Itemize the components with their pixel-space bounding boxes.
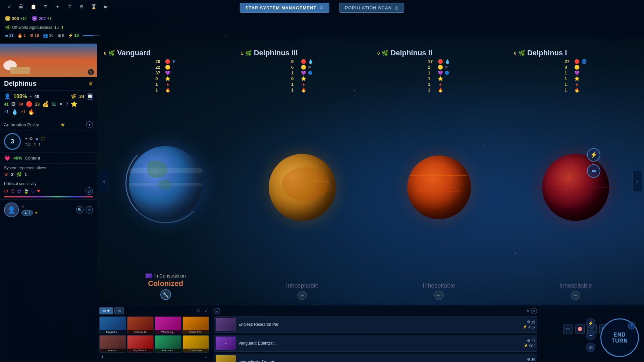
notif-scroll-up[interactable]: ▲ xyxy=(214,308,220,314)
queue-bottom-left[interactable]: ↙ xyxy=(203,354,209,360)
br-arrow-icon[interactable]: ⬅ xyxy=(586,330,595,340)
food-btn[interactable]: 📊 xyxy=(87,94,93,100)
qi-6-label: Big Data S. xyxy=(127,349,154,352)
settings-icon[interactable]: ⚙ xyxy=(77,3,86,11)
vanguard-sphere[interactable] xyxy=(129,146,203,220)
ship-icon[interactable]: ✈ xyxy=(53,3,61,11)
approval-icon: ⭐ xyxy=(71,101,77,107)
pop-stat-row: 👤 100% • 40 🌾 24 📊 xyxy=(4,93,93,100)
resources-row: ◈ 390 +14 ✦ 207 +7 xyxy=(0,13,644,23)
end-turn-button[interactable]: END TURN xyxy=(611,332,628,344)
dropdown-icon[interactable]: ▾ xyxy=(86,121,93,128)
queue-item-4[interactable]: Pulvis Pro. xyxy=(182,316,209,334)
dust-icon: 💧 xyxy=(11,109,18,115)
queue-turns: 7⚙ xyxy=(25,142,31,147)
br-circle-icon[interactable]: ◎ xyxy=(586,343,595,352)
report-icon[interactable]: 📋 xyxy=(29,3,37,11)
right-side-icons: ⚡ ⬅ xyxy=(587,148,600,178)
res-dust: ▰ 11 xyxy=(5,33,13,38)
queue-tab-units[interactable]: ▭ xyxy=(114,307,124,314)
queue-bottom-expand[interactable]: ⬆ xyxy=(99,354,105,360)
leader-name: e xyxy=(21,204,38,209)
balance-icon[interactable]: ☯ xyxy=(102,3,110,11)
queue-collapse-btn[interactable]: ↙ xyxy=(203,308,209,314)
queue-row: 3 + ⚙ ▲ ⬡ 7⚙ 2 1 xyxy=(4,133,93,150)
nav-right-arrow[interactable]: › xyxy=(632,171,642,191)
close-icon[interactable]: ✕ xyxy=(319,5,324,10)
queue-tab-buildings[interactable]: ▭✈ xyxy=(99,307,113,314)
queue-item-8[interactable]: Chain Gan. xyxy=(182,335,209,353)
ns1-icon: ⚙ xyxy=(527,320,530,324)
queue-item-5[interactable]: Impervio.. xyxy=(99,335,126,353)
star-btn[interactable]: ★ xyxy=(60,122,65,128)
center-title: STAR SYSTEM MANAGEMENT ✕ POPULATION SCAN… xyxy=(240,3,404,13)
qi-4-label: Pulvis Pro. xyxy=(183,330,209,334)
city-icon[interactable]: 🏛 xyxy=(17,3,25,11)
planet-col-vanguard: 6 🌿 Vanguard 20🔴❄ 22🟡 37💜 0⭐ 1🔺 1🔥 xyxy=(97,44,234,305)
gold-out-icon: 💰 xyxy=(42,101,49,107)
queue-item-6[interactable]: Big Data S. xyxy=(127,335,154,353)
delphinus2-header: 0 🌿 Delphinus II xyxy=(371,47,507,59)
leader-search-btn[interactable]: 🔍 xyxy=(76,206,84,214)
ns3-val: 39 xyxy=(531,358,535,362)
notif-filter-icons: ⬆ ▼ xyxy=(526,308,537,314)
notif-thumb-1 xyxy=(216,318,236,331)
polsens-icon-1: ⚙ xyxy=(4,188,8,194)
hourglass-icon[interactable]: ⌛ xyxy=(90,3,98,11)
star-system-management-btn[interactable]: STAR SYSTEM MANAGEMENT ✕ xyxy=(240,3,329,13)
ns1-icon2: ⚡ xyxy=(523,325,527,329)
notif-scroll-down[interactable]: ▼ xyxy=(531,308,537,314)
queue-grid: Magnetic... Colonial R. Wellbeing.. Pulv… xyxy=(99,316,209,353)
d1-back-btn[interactable]: ↩ xyxy=(571,291,580,300)
queue-sub2: 1 xyxy=(38,142,41,147)
rs-icon-2[interactable]: ⬅ xyxy=(587,164,600,178)
notif-item-3[interactable]: Intergalactic Superm. ⚙ 39 ⚡ 4.6k xyxy=(214,354,537,362)
construction-icon xyxy=(146,274,152,278)
colonized-text: Colonized xyxy=(146,279,186,288)
leader-close-btn[interactable]: ✕ xyxy=(86,206,93,214)
queue-item-7[interactable]: Fabricate. xyxy=(155,335,181,353)
influence-out-icon: ✦ xyxy=(59,101,63,107)
delphinus2-sphere[interactable] xyxy=(407,156,471,219)
population-scan-btn[interactable]: POPULATION SCAN ◎ xyxy=(339,3,405,13)
polsens-detail-btn[interactable]: ◎ xyxy=(86,187,93,195)
wrench-button[interactable]: 🔧 xyxy=(160,289,171,300)
queue-expand-btn[interactable]: ⬡ xyxy=(196,308,202,314)
delphinus3-sphere[interactable] xyxy=(269,154,336,221)
queue-up-icon: ▲ xyxy=(35,136,39,141)
automation-label: Automation Policy xyxy=(4,122,39,127)
sysrep-items: ⚙ 2 🌿 1 xyxy=(4,172,93,177)
timer-icon[interactable]: ⏱ xyxy=(65,3,73,11)
science-icon[interactable]: ⚗ xyxy=(41,3,49,11)
delphinus1-visual[interactable] xyxy=(542,93,609,282)
sidebar: 1 Delphinus ♛ 👤 100% • 40 🌾 24 📊 41 ⚙ 60… xyxy=(0,44,97,362)
queue-item-2[interactable]: Colonial R. xyxy=(127,316,154,334)
colony-name-row: Delphinus ♛ xyxy=(0,77,97,90)
nav-left-arrow[interactable]: ‹ xyxy=(99,171,109,191)
qi-3-label: Wellbeing.. xyxy=(155,330,181,334)
delphinus3-visual[interactable] xyxy=(269,93,336,282)
rs-icon-1[interactable]: ⚡ xyxy=(587,148,600,162)
pop-pct: 100% xyxy=(13,94,27,100)
planets-area: 6 🌿 Vanguard 20🔴❄ 22🟡 37💜 0⭐ 1🔺 1🔥 xyxy=(97,44,644,305)
polsens-row: Political sensitivity ⚙ ⏱ ✿ 🍃 ▽ ❤ ◎ xyxy=(0,179,97,199)
br-lightning-icon[interactable]: ⚡ xyxy=(586,318,595,328)
queue-item-3[interactable]: Wellbeing.. xyxy=(155,316,181,334)
act-icon-1[interactable]: ▭ xyxy=(563,324,573,334)
notif-item-2[interactable]: ✦ Vanguard: Edenizati... ⚙ 21 ⚡ 502 xyxy=(214,335,537,352)
queue-info: + ⚙ ▲ ⬡ 7⚙ 2 1 xyxy=(25,136,45,147)
queue-item-1[interactable]: Magnetic... xyxy=(99,316,126,334)
delphinus1-status: Inhospitable ↩ xyxy=(559,282,592,305)
sword-icon[interactable]: ⚔ xyxy=(5,3,13,11)
industry-plus: +1 xyxy=(21,110,25,114)
vanguard-visual[interactable] xyxy=(129,93,203,273)
d1-leaf-count: 0 xyxy=(514,51,517,56)
d2-back-btn[interactable]: ↩ xyxy=(434,291,444,300)
notif-item-1[interactable]: Endless Research Par. ⚙ 19 ⚡ 4.8k xyxy=(214,316,537,333)
qi-8-label: Chain Gan. xyxy=(183,349,209,352)
act-icon-2[interactable]: 🎯 xyxy=(575,324,585,334)
d3-back-btn[interactable]: ↩ xyxy=(298,291,307,300)
d1-leaf-icon: 🌿 xyxy=(519,50,525,56)
delphinus2-visual[interactable] xyxy=(407,93,471,282)
level-val: 1 xyxy=(29,211,31,215)
